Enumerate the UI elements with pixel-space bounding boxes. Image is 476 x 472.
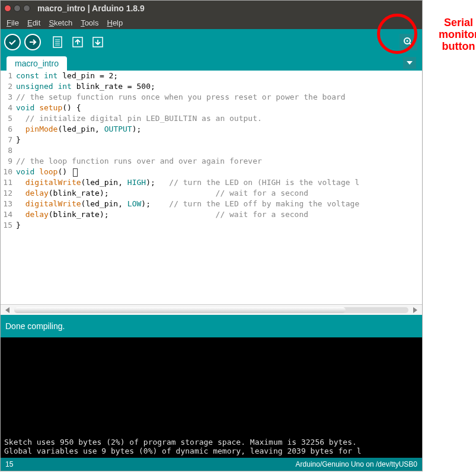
menu-sketch[interactable]: Sketch [45, 17, 76, 28]
code-text[interactable] [15, 145, 16, 156]
code-line[interactable]: 2unsigned int blink_rate = 500; [1, 81, 422, 92]
tab-menu-button[interactable] [403, 57, 416, 69]
code-line[interactable]: 4void setup() { [1, 103, 422, 113]
code-line[interactable]: 15} [1, 220, 422, 231]
line-number-gutter: 8 [1, 145, 15, 156]
line-number-gutter: 12 [1, 188, 15, 199]
line-number-gutter: 6 [1, 124, 15, 135]
menu-tools[interactable]: Tools [77, 17, 102, 28]
code-line[interactable]: 3// the setup function runs once when yo… [1, 92, 422, 103]
line-number-gutter: 1 [1, 71, 15, 81]
code-line[interactable]: 10void loop() [1, 167, 422, 177]
menubar: File Edit Sketch Tools Help [1, 16, 422, 29]
code-text[interactable]: } [15, 220, 21, 231]
code-line[interactable]: 6 pinMode(led_pin, OUTPUT); [1, 124, 422, 135]
window-buttons [4, 5, 30, 12]
new-button[interactable] [49, 34, 66, 50]
upload-button[interactable] [24, 34, 41, 50]
code-text[interactable]: delay(blink_rate); // wait for a second [15, 209, 308, 220]
code-text[interactable]: delay(blink_rate); // wait for a second [15, 188, 308, 199]
code-line[interactable]: 7} [1, 135, 422, 145]
toolbar [1, 29, 422, 55]
code-text[interactable]: digitalWrite(led_pin, HIGH); // turn the… [15, 177, 359, 188]
line-number-gutter: 15 [1, 220, 15, 231]
code-text[interactable]: // initialize digital pin LED_BUILTIN as… [15, 113, 262, 124]
maximize-button[interactable] [23, 5, 30, 12]
menu-edit[interactable]: Edit [24, 17, 44, 28]
tab-sketch[interactable]: macro_intro [7, 56, 67, 71]
line-number-gutter: 7 [1, 135, 15, 145]
window-titlebar[interactable]: macro_intro | Arduino 1.8.9 [1, 1, 422, 16]
line-number: 15 [5, 460, 13, 468]
code-text[interactable]: digitalWrite(led_pin, LOW); // turn the … [15, 199, 359, 209]
code-text[interactable]: void setup() { [15, 103, 81, 113]
code-text[interactable]: const int led_pin = 2; [15, 71, 118, 81]
scroll-right-arrow-icon[interactable] [413, 307, 417, 313]
annotation-circle [377, 14, 417, 54]
line-number-gutter: 14 [1, 209, 15, 220]
close-button[interactable] [4, 5, 11, 12]
open-button[interactable] [69, 34, 86, 50]
menu-help[interactable]: Help [103, 17, 126, 28]
code-line[interactable]: 9// the loop function runs over and over… [1, 156, 422, 167]
code-line[interactable]: 13 digitalWrite(led_pin, LOW); // turn t… [1, 199, 422, 209]
scroll-thumb[interactable] [14, 307, 346, 313]
arduino-window: macro_intro | Arduino 1.8.9 File Edit Sk… [0, 0, 423, 471]
line-number-gutter: 2 [1, 81, 15, 92]
code-text[interactable]: void loop() [15, 167, 78, 177]
tab-bar: macro_intro [1, 55, 422, 71]
scroll-track[interactable] [14, 307, 408, 313]
compile-status: Done compiling. [1, 315, 422, 337]
save-button[interactable] [90, 34, 106, 50]
code-text[interactable]: unsigned int blink_rate = 500; [15, 81, 155, 92]
code-editor[interactable]: 1const int led_pin = 2;2unsigned int bli… [1, 71, 422, 304]
code-line[interactable]: 12 delay(blink_rate); // wait for a seco… [1, 188, 422, 199]
code-text[interactable]: pinMode(led_pin, OUTPUT); [15, 124, 141, 135]
console-output[interactable]: Sketch uses 950 bytes (2%) of program st… [1, 337, 422, 458]
svg-rect-0 [53, 37, 62, 47]
line-number-gutter: 10 [1, 167, 15, 177]
code-line[interactable]: 14 delay(blink_rate); // wait for a seco… [1, 209, 422, 220]
code-line[interactable]: 1const int led_pin = 2; [1, 71, 422, 81]
code-line[interactable]: 5 // initialize digital pin LED_BUILTIN … [1, 113, 422, 124]
line-number-gutter: 4 [1, 103, 15, 113]
line-number-gutter: 5 [1, 113, 15, 124]
scroll-left-arrow-icon[interactable] [5, 307, 9, 313]
code-line[interactable]: 11 digitalWrite(led_pin, HIGH); // turn … [1, 177, 422, 188]
menu-file[interactable]: File [3, 17, 23, 28]
line-number-gutter: 3 [1, 92, 15, 103]
console-line: Global variables use 9 bytes (0%) of dyn… [4, 447, 419, 455]
window-title: macro_intro | Arduino 1.8.9 [37, 4, 145, 13]
code-text[interactable]: // the loop function runs over and over … [15, 156, 262, 167]
footer-status: 15 Arduino/Genuino Uno on /dev/ttyUSB0 [1, 458, 422, 471]
line-number-gutter: 13 [1, 199, 15, 209]
verify-button[interactable] [4, 34, 21, 50]
code-text[interactable]: // the setup function runs once when you… [15, 92, 346, 103]
code-line[interactable]: 8 [1, 145, 422, 156]
annotation-label: Serialmonitorbutton [439, 17, 476, 52]
minimize-button[interactable] [14, 5, 21, 12]
console-line: Sketch uses 950 bytes (2%) of program st… [4, 438, 419, 447]
code-text[interactable]: } [15, 135, 21, 145]
board-info: Arduino/Genuino Uno on /dev/ttyUSB0 [296, 460, 417, 468]
line-number-gutter: 11 [1, 177, 15, 188]
line-number-gutter: 9 [1, 156, 15, 167]
horizontal-scrollbar[interactable] [1, 304, 422, 315]
